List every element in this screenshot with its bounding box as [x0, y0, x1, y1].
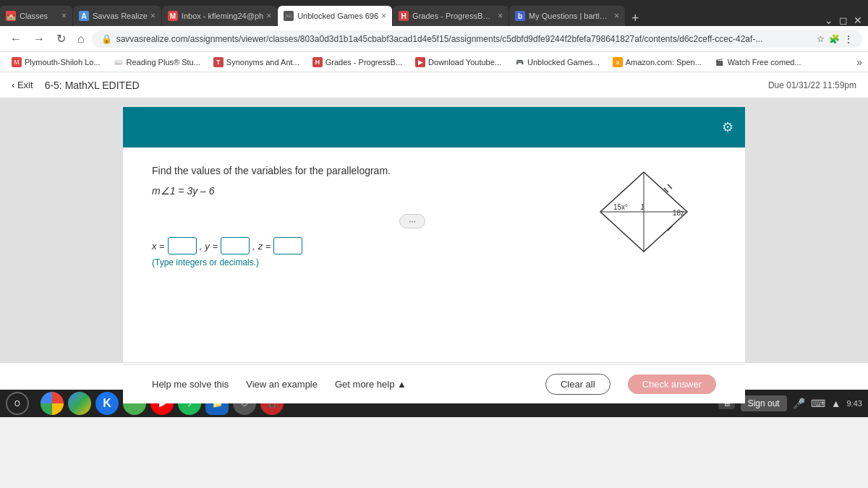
bookmark-youtube-icon: ▶	[415, 57, 425, 67]
svg-text:18z: 18z	[673, 209, 684, 217]
exit-button[interactable]: ‹ Exit	[12, 80, 33, 90]
refresh-button[interactable]: ↻	[52, 30, 70, 47]
bookmark-comedy-icon: 🎬	[715, 57, 725, 67]
tab-savvas-close[interactable]: ×	[150, 11, 156, 21]
tab-classes-close[interactable]: ×	[61, 11, 67, 21]
x-label: x =	[152, 241, 165, 252]
svg-line-4	[668, 184, 672, 189]
bookmark-grades-label: Grades - ProgressB...	[326, 58, 402, 67]
comma1: ,	[200, 241, 203, 252]
tab-grades[interactable]: H Grades - ProgressBook ×	[393, 6, 509, 26]
drive-taskbar-icon[interactable]	[68, 392, 91, 415]
help-me-solve-button[interactable]: Help me solve this	[152, 379, 229, 390]
page-header: ‹ Exit 6-5: MathXL EDITED Due 01/31/22 1…	[0, 72, 868, 98]
settings-icon[interactable]: ⚙	[722, 119, 733, 135]
tab-unblocked[interactable]: 🎮 Unblocked Games 696 ×	[278, 6, 392, 26]
tab-bar: 🏫 Classes × A Savvas Realize × M Inbox -…	[0, 0, 868, 26]
window-restore-icon[interactable]: ◻	[839, 14, 848, 26]
content-wrapper: ⚙ Find the values of the variables for t…	[123, 107, 745, 362]
new-tab-button[interactable]: +	[626, 11, 645, 26]
tab-classes[interactable]: 🏫 Classes ×	[0, 6, 72, 26]
address-text[interactable]: savvasrealize.com/assignments/viewer/cla…	[116, 34, 809, 44]
tab-grades-close[interactable]: ×	[498, 11, 503, 21]
bookmark-readingplus[interactable]: 📖 Reading Plus® Stu...	[108, 56, 206, 69]
tab-inbox-close[interactable]: ×	[266, 11, 271, 21]
question-body: Find the values of the variables for the…	[123, 147, 745, 364]
back-nav-button[interactable]: ←	[6, 31, 26, 47]
window-close-icon[interactable]: ✕	[854, 14, 862, 26]
view-example-button[interactable]: View an example	[246, 379, 318, 390]
bookmark-synonyms-label: Synonyms and Ant...	[226, 58, 299, 67]
inbox-favicon: M	[168, 11, 178, 21]
get-more-help-button[interactable]: Get more help ▲	[335, 379, 407, 390]
parallelogram-diagram: 1 15x° 18z	[586, 165, 702, 259]
savvas-favicon: A	[79, 11, 89, 21]
bookmark-unblocked-label: Unblocked Games...	[527, 58, 600, 67]
comma2: ,	[252, 241, 255, 252]
tab-savvas-label: Savvas Realize	[93, 12, 148, 20]
assignment-title: 6-5: MathXL EDITED	[45, 80, 140, 91]
tab-myquestions-label: My Questions | bartleby	[529, 12, 611, 20]
bookmark-comedy-label: Watch Free comed...	[728, 58, 801, 67]
k-taskbar-icon[interactable]: K	[95, 392, 119, 415]
extension-icon[interactable]: 🧩	[829, 34, 840, 44]
tab-myquestions[interactable]: b My Questions | bartleby ×	[509, 6, 625, 26]
bookmark-youtube[interactable]: ▶ Download Youtube...	[409, 56, 507, 69]
sign-out-button[interactable]: Sign out	[741, 395, 787, 411]
windows-start-button[interactable]: O	[6, 392, 29, 415]
microphone-icon[interactable]: 🎤	[793, 398, 805, 409]
bookmarks-more-icon[interactable]: »	[856, 56, 862, 68]
star-icon[interactable]: ☆	[817, 34, 825, 44]
tab-unblocked-close[interactable]: ×	[381, 11, 386, 21]
question-header: ⚙	[123, 107, 745, 147]
bookmark-synonyms-icon: T	[213, 57, 224, 67]
z-label: z =	[258, 241, 271, 252]
keyboard-icon[interactable]: ⌨	[811, 398, 825, 409]
bookmark-youtube-label: Download Youtube...	[428, 58, 501, 67]
tab-inbox-label: Inbox - kfleming24@ph	[182, 12, 263, 20]
bookmark-readingplus-label: Reading Plus® Stu...	[127, 58, 200, 67]
tab-classes-label: Classes	[20, 12, 59, 20]
expand-button[interactable]: ···	[399, 214, 425, 228]
bookmark-readingplus-icon: 📖	[114, 57, 124, 67]
bookmark-unblocked[interactable]: 🎮 Unblocked Games...	[509, 56, 605, 69]
wifi-icon[interactable]: ▲	[831, 398, 841, 409]
y-input[interactable]	[221, 237, 250, 254]
menu-icon[interactable]: ⋮	[844, 34, 853, 44]
address-bar[interactable]: 🔒 savvasrealize.com/assignments/viewer/c…	[92, 30, 862, 48]
main-content-area: ⚙ Find the values of the variables for t…	[0, 98, 868, 362]
z-input[interactable]	[273, 237, 302, 254]
home-button[interactable]: ⌂	[73, 31, 89, 47]
bookmark-comedy[interactable]: 🎬 Watch Free comed...	[709, 56, 807, 69]
due-date: Due 01/31/22 11:59pm	[768, 80, 856, 90]
bookmark-plymouth[interactable]: M Plymouth-Shiloh Lo...	[6, 56, 106, 69]
tab-myquestions-close[interactable]: ×	[614, 11, 619, 21]
tab-inbox[interactable]: M Inbox - kfleming24@ph ×	[162, 6, 277, 26]
classes-favicon: 🏫	[6, 11, 16, 21]
x-input[interactable]	[168, 237, 197, 254]
bookmark-plymouth-icon: M	[12, 57, 22, 67]
chrome-taskbar-icon[interactable]	[41, 392, 64, 415]
bookmark-amazon[interactable]: a Amazon.com: Spen...	[607, 56, 707, 69]
tab-unblocked-label: Unblocked Games 696	[297, 12, 378, 20]
bookmark-grades[interactable]: H Grades - ProgressB...	[307, 56, 408, 69]
diagram-area: 1 15x° 18z	[586, 165, 702, 259]
help-toolbar: Help me solve this View an example Get m…	[123, 364, 745, 403]
bookmark-synonyms[interactable]: T Synonyms and Ant...	[208, 56, 305, 69]
y-label: y =	[205, 241, 218, 252]
clear-all-button[interactable]: Clear all	[545, 374, 610, 395]
time-display: 9:43	[847, 399, 862, 408]
bookmark-amazon-label: Amazon.com: Spen...	[626, 58, 702, 67]
grades-favicon: H	[399, 11, 409, 21]
check-answer-button[interactable]: Check answer	[628, 374, 716, 394]
tab-collapse-icon[interactable]: ⌄	[825, 14, 833, 26]
bookmark-plymouth-label: Plymouth-Shiloh Lo...	[25, 58, 101, 67]
svg-text:1: 1	[640, 203, 644, 211]
nav-bar: ← → ↻ ⌂ 🔒 savvasrealize.com/assignments/…	[0, 26, 868, 52]
bookmark-amazon-icon: a	[613, 57, 623, 67]
bookmark-grades-icon: H	[312, 57, 323, 67]
forward-nav-button[interactable]: →	[29, 31, 49, 47]
tab-savvas[interactable]: A Savvas Realize ×	[73, 6, 161, 26]
tab-controls: ⌄ ◻ ✕	[819, 14, 868, 26]
bookmark-unblocked-icon: 🎮	[514, 57, 524, 67]
